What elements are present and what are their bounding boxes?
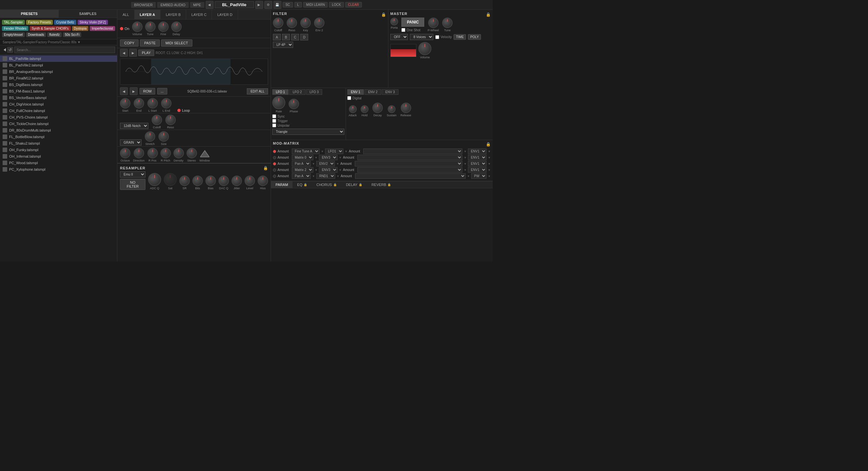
lfo3-tab[interactable]: LFO 3	[306, 89, 322, 95]
mod-mod-5[interactable]: RND1	[316, 173, 335, 179]
one-shot-toggle[interactable]: One Shot	[401, 28, 424, 32]
reso-knob[interactable]	[165, 115, 176, 125]
browser-btn[interactable]: BROWSER	[131, 2, 156, 8]
unipolar-checkbox[interactable]	[272, 124, 276, 127]
lfo1-tab[interactable]: LFO 1	[272, 89, 288, 95]
file-item[interactable]: BS_VectorBass.talsmpl	[0, 95, 117, 101]
mod-mod-3[interactable]: ENV2	[316, 161, 335, 166]
density-knob[interactable]	[174, 148, 184, 158]
time-btn[interactable]: TIME	[454, 34, 466, 40]
window-knob[interactable]	[199, 148, 210, 158]
embed-audio-btn[interactable]: EMBED AUDIO	[157, 2, 188, 8]
file-item[interactable]: DR_80sDrumMulti.talsmpl	[0, 127, 117, 134]
one-shot-checkbox[interactable]	[401, 28, 405, 32]
tab-layer-c[interactable]: LAYER C	[186, 10, 212, 19]
tag-flutesfz[interactable]: flutesfz	[47, 32, 62, 37]
tab-param[interactable]: PARAM	[271, 181, 292, 188]
file-item[interactable]: BL_PadVille2.talsmpl	[0, 62, 117, 68]
filter-c-btn[interactable]: C	[291, 34, 299, 40]
attack-knob[interactable]	[349, 105, 357, 113]
save-btn[interactable]: 💾	[273, 1, 281, 9]
filter-a-btn[interactable]: A	[273, 34, 281, 40]
mod-dest-mod-1[interactable]: ENV1	[468, 148, 487, 154]
poly-btn[interactable]: POLY	[468, 34, 481, 40]
mod-dest-1[interactable]	[363, 148, 462, 154]
hold-knob[interactable]	[361, 105, 368, 113]
tab-reverb[interactable]: REVERB 🔒	[367, 181, 396, 188]
search-input[interactable]	[14, 46, 115, 53]
mod-dest-3[interactable]	[355, 161, 462, 166]
file-item[interactable]: BS_FM-Bass1.talsmpl	[0, 88, 117, 95]
bits-knob[interactable]	[192, 175, 203, 186]
file-item[interactable]: CH_TickleChoire.talsmpl	[0, 121, 117, 127]
filter-lp-select[interactable]: LP 4P	[273, 42, 293, 48]
tag-crystal-bellz[interactable]: Crystal Bellz	[54, 20, 76, 25]
end-knob[interactable]	[134, 98, 144, 108]
delay-knob[interactable]	[170, 20, 183, 33]
release-knob[interactable]	[401, 103, 411, 113]
midi-learn-btn[interactable]: MIDI LEARN	[303, 2, 328, 7]
l-start-knob[interactable]	[147, 98, 158, 108]
size-knob[interactable]	[158, 131, 169, 142]
r-pitch-knob[interactable]	[160, 148, 171, 158]
tab-eq[interactable]: EQ 🔒	[292, 181, 312, 188]
tab-layer-b[interactable]: LAYER B	[160, 10, 186, 19]
l-btn[interactable]: L	[294, 2, 302, 7]
tag-dystopia[interactable]: Dystopia	[72, 26, 89, 31]
mod-dest-4[interactable]	[358, 167, 462, 173]
master-volume-knob[interactable]	[418, 42, 431, 55]
file-item[interactable]: PC_Xylophone.talsmpl	[0, 166, 117, 173]
sustain-knob[interactable]	[388, 105, 396, 113]
tune-knob[interactable]	[145, 22, 156, 32]
tag-factory-presets[interactable]: Factory Presets	[26, 20, 53, 25]
file-item[interactable]: CH_FullChoire.talsmpl	[0, 107, 117, 114]
file-item[interactable]: OH_Funky.talsmpl	[0, 146, 117, 153]
digital-checkbox[interactable]	[347, 96, 351, 100]
level-knob[interactable]	[245, 175, 255, 186]
lfo-phase-knob[interactable]	[288, 99, 299, 109]
no-filter-btn[interactable]: NO FILTER	[120, 179, 146, 190]
mod-led-1[interactable]	[273, 150, 276, 153]
master-lock-icon[interactable]: 🔒	[486, 12, 491, 17]
file-item[interactable]: FL_BottleBlow.talsmpl	[0, 134, 117, 140]
start-knob[interactable]	[120, 98, 130, 108]
on-toggle[interactable]: On	[120, 27, 129, 31]
file-item[interactable]: BS_DigiBass.talsmpl	[0, 81, 117, 88]
env3-tab[interactable]: ENV 3	[382, 89, 399, 95]
file-item[interactable]: BR_FinalM12.talsmpl	[0, 75, 117, 81]
panic-btn[interactable]: PANIC	[401, 18, 424, 27]
mod-dest-mod-5[interactable]: PW	[471, 173, 487, 179]
file-item[interactable]: PC_Wood.talsmpl	[0, 160, 117, 166]
paste-btn[interactable]: PASTE	[140, 39, 160, 46]
volume-knob[interactable]	[132, 22, 143, 32]
hiss-knob[interactable]	[257, 175, 268, 186]
chorus-lock-icon[interactable]: 🔒	[333, 183, 337, 186]
mod-led-4[interactable]	[273, 168, 276, 172]
octave-knob[interactable]	[120, 148, 130, 158]
mod-src-5[interactable]: Pan A	[292, 173, 311, 179]
tag-downloads[interactable]: Downloads	[26, 32, 46, 37]
mod-mod-4[interactable]: ENV3	[319, 167, 338, 173]
filter-d-btn[interactable]: D	[300, 34, 308, 40]
sync-checkbox[interactable]	[272, 114, 276, 118]
eq-lock-icon[interactable]: 🔒	[304, 183, 307, 186]
filter-reso-knob[interactable]	[287, 18, 297, 28]
mod-src-4[interactable]: Matrix 2	[292, 167, 313, 173]
voices-select[interactable]: 8 Voices	[410, 34, 433, 40]
filter-b-btn[interactable]: B	[282, 34, 290, 40]
tab-layer-a[interactable]: LAYER A	[135, 10, 161, 19]
rom-btn[interactable]: ROM	[140, 88, 155, 95]
filter-lock-icon[interactable]: 🔒	[381, 12, 386, 17]
play-btn[interactable]: PLAY	[138, 49, 154, 56]
tab-layer-d[interactable]: LAYER D	[212, 10, 238, 19]
tab-all[interactable]: ALL	[117, 10, 135, 19]
tab-delay[interactable]: DELAY 🔒	[341, 181, 367, 188]
filter-key-knob[interactable]	[300, 18, 311, 28]
stereo-knob[interactable]	[187, 148, 197, 158]
mod-src-1[interactable]: Fine Tune A	[292, 148, 319, 154]
mod-dest-mod-2[interactable]: ENV1	[468, 155, 487, 160]
mod-dest-5[interactable]	[355, 173, 466, 179]
sample-prev-btn[interactable]: ◀	[120, 87, 128, 95]
stretch-knob[interactable]	[145, 131, 155, 142]
file-item[interactable]: OH_Infernal.talsmpl	[0, 153, 117, 160]
